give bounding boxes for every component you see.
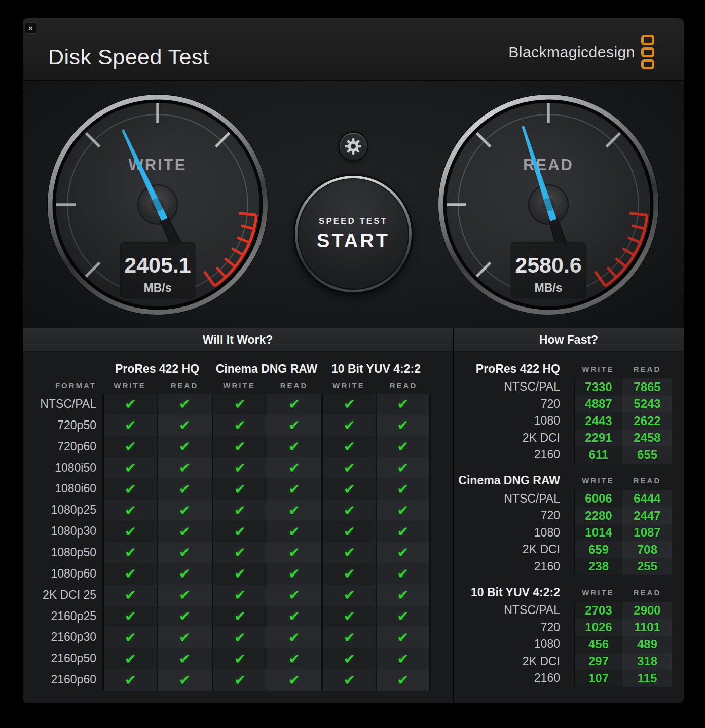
check-cell: ✔ [212, 563, 267, 585]
table-row: 2160p60✔✔✔✔✔✔ [23, 669, 453, 691]
check-cell: ✔ [267, 627, 321, 648]
format-label: 2160p25 [23, 606, 102, 627]
gauge-value: 2580.6 [515, 253, 582, 277]
checkmark-icon: ✔ [234, 438, 246, 455]
resolution-label: NTSC/PAL [454, 602, 574, 619]
read-speed-value: 655 [622, 446, 672, 464]
checkmark-icon: ✔ [234, 565, 246, 582]
checkmark-icon: ✔ [344, 417, 355, 434]
speed-row: 2160238255 [454, 558, 684, 576]
checkmark-icon: ✔ [344, 672, 355, 688]
resolution-label: 2160 [454, 558, 574, 576]
check-cell: ✔ [321, 648, 376, 669]
gauge-label: READ [523, 156, 574, 174]
resolution-label: 2K DCI [454, 653, 574, 670]
resolution-label: 1080 [454, 524, 574, 542]
start-button[interactable]: SPEED TEST START [295, 176, 412, 292]
check-cell: ✔ [321, 457, 376, 479]
checkmark-icon: ✔ [397, 672, 409, 688]
check-cell: ✔ [157, 478, 212, 500]
table-row: 2160p25✔✔✔✔✔✔ [23, 606, 453, 627]
check-cell: ✔ [102, 415, 157, 436]
write-speed-value: 238 [574, 558, 622, 576]
check-cell: ✔ [267, 415, 321, 436]
read-speed-value: 318 [622, 653, 672, 670]
checkmark-icon: ✔ [344, 544, 355, 561]
speed-row: 2160611655 [454, 446, 684, 464]
checkmark-icon: ✔ [125, 608, 136, 625]
codec-group-headers: ProRes 422 HQ Cinema DNG RAW 10 Bit YUV … [23, 352, 453, 377]
check-cell: ✔ [321, 563, 376, 585]
table-row: 1080i50✔✔✔✔✔✔ [23, 457, 453, 479]
checkmark-icon: ✔ [288, 587, 300, 603]
write-speed-value: 659 [574, 541, 622, 558]
write-column-header: WRITE [574, 365, 622, 373]
speed-row: 72022802447 [454, 507, 684, 524]
checkmark-icon: ✔ [344, 565, 355, 582]
checkmark-icon: ✔ [125, 459, 136, 476]
read-column-header: READ [622, 476, 672, 485]
resolution-label: NTSC/PAL [454, 490, 574, 508]
format-label: 2K DCI 25 [23, 585, 102, 606]
checkmark-icon: ✔ [179, 438, 191, 455]
write-speed-value: 2703 [574, 602, 622, 619]
write-speed-value: 6006 [574, 490, 622, 508]
checkmark-icon: ✔ [288, 544, 300, 561]
check-cell: ✔ [376, 415, 431, 436]
format-label: 1080i60 [23, 478, 102, 500]
speed-section-header: 10 Bit YUV 4:2:2WRITEREAD [454, 583, 684, 602]
write-column-header: WRITE [212, 381, 267, 390]
check-cell: ✔ [267, 478, 321, 500]
start-button-subtitle: SPEED TEST [319, 216, 388, 226]
checkmark-icon: ✔ [179, 672, 191, 688]
resolution-label: 720 [454, 396, 574, 413]
check-cell: ✔ [376, 478, 431, 500]
checkmark-icon: ✔ [125, 438, 136, 455]
speed-row: NTSC/PAL73307865 [454, 378, 684, 396]
read-speed-value: 708 [622, 541, 672, 558]
resolution-label: 2160 [454, 670, 574, 687]
will-it-work-panel: Will It Work? ProRes 422 HQ Cinema DNG R… [23, 328, 453, 703]
checkmark-icon: ✔ [344, 438, 355, 455]
checkmark-icon: ✔ [234, 481, 246, 497]
checkmark-icon: ✔ [179, 650, 191, 667]
settings-button[interactable] [340, 133, 367, 160]
check-cell: ✔ [267, 436, 321, 457]
close-button[interactable]: × [25, 22, 36, 34]
checkmark-icon: ✔ [125, 565, 136, 582]
checkmark-icon: ✔ [125, 587, 136, 603]
check-cell: ✔ [376, 394, 431, 415]
check-cell: ✔ [212, 436, 267, 457]
check-cell: ✔ [157, 563, 212, 585]
checkmark-icon: ✔ [397, 417, 409, 434]
results-area: Will It Work? ProRes 422 HQ Cinema DNG R… [23, 328, 684, 703]
write-speed-value: 611 [574, 446, 622, 464]
checkmark-icon: ✔ [179, 587, 191, 603]
checkmark-icon: ✔ [125, 417, 136, 434]
checkmark-icon: ✔ [179, 459, 191, 476]
title-bar: × Disk Speed Test Blackmagicdesign [23, 18, 684, 81]
resolution-label: 1080 [454, 412, 574, 430]
check-cell: ✔ [321, 627, 376, 648]
check-cell: ✔ [267, 585, 321, 606]
screen-background: × Disk Speed Test Blackmagicdesign WRITE… [0, 0, 705, 728]
check-cell: ✔ [212, 394, 267, 415]
check-cell: ✔ [102, 627, 157, 648]
codec-name: 10 Bit YUV 4:2:2 [454, 586, 574, 599]
read-speed-value: 5243 [622, 396, 672, 413]
checkmark-icon: ✔ [397, 459, 409, 476]
checkmark-icon: ✔ [397, 565, 409, 582]
resolution-label: 2160 [454, 446, 574, 464]
check-cell: ✔ [376, 436, 431, 457]
check-cell: ✔ [212, 521, 267, 542]
check-cell: ✔ [376, 521, 431, 542]
check-cell: ✔ [157, 606, 212, 627]
table-row: 1080p60✔✔✔✔✔✔ [23, 563, 453, 585]
check-cell: ✔ [267, 606, 321, 627]
check-cell: ✔ [212, 648, 267, 669]
read-column-header: READ [376, 381, 431, 390]
format-label: 720p50 [23, 415, 102, 436]
logo-square-icon [641, 47, 654, 57]
checkmark-icon: ✔ [288, 438, 300, 455]
will-it-work-title: Will It Work? [23, 328, 453, 352]
